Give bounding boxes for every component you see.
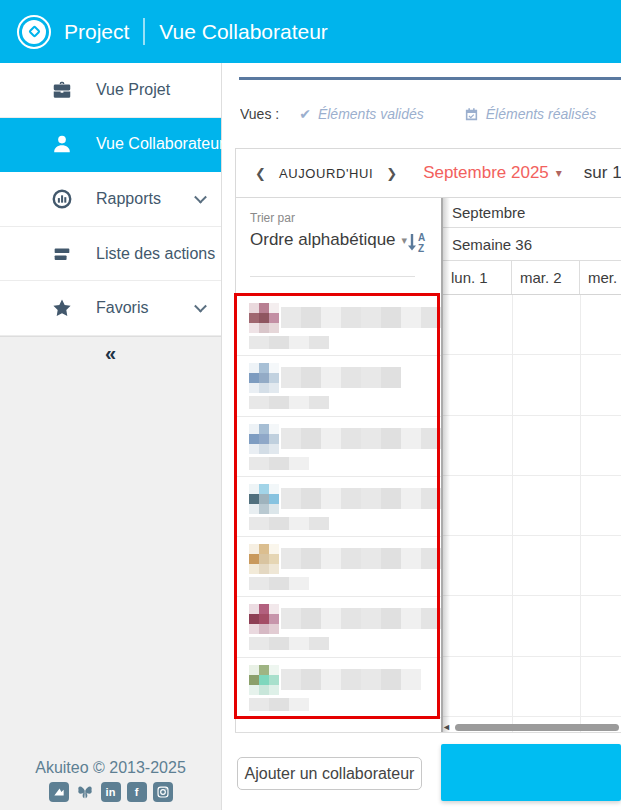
sidebar-item-label: Vue Collaborateur <box>96 135 224 153</box>
scroll-shadow <box>443 198 450 732</box>
linkedin-icon[interactable]: in <box>101 782 121 802</box>
collaborator-row[interactable] <box>236 417 441 477</box>
collaborator-subtext-redacted <box>249 396 329 409</box>
main-content: Vues : ✔ Éléments validés Éléments réali… <box>222 63 621 810</box>
calendar-check-icon <box>464 107 479 122</box>
collaborator-subtext-redacted <box>249 336 329 349</box>
star-icon <box>50 296 74 320</box>
svg-text:A: A <box>418 232 425 243</box>
horizontal-scrollbar: ◄ <box>442 722 619 732</box>
range-label: sur 1 mois <box>584 163 621 183</box>
calendar-grid-row <box>443 355 621 415</box>
copyright-text: Akuiteo © 2013-2025 <box>35 759 186 777</box>
sort-divider <box>250 276 415 277</box>
calendar-grid-row <box>443 416 621 476</box>
calendar-grid-row <box>443 476 621 536</box>
calendar-grid-row <box>443 295 621 355</box>
calendar-month-header: Septembre <box>443 198 621 228</box>
collaborator-row[interactable] <box>236 477 441 537</box>
calendar-grid-row <box>443 657 621 717</box>
next-period-button[interactable]: ❯ <box>380 162 403 185</box>
collaborator-row[interactable] <box>236 296 441 356</box>
collaborator-name-redacted <box>281 428 441 449</box>
sort-value: Ordre alphabétique <box>250 230 396 250</box>
today-button[interactable]: AUJOURD'HUI <box>279 166 373 181</box>
previous-period-button[interactable]: ❮ <box>249 162 272 185</box>
collaborator-avatar-redacted <box>249 303 279 333</box>
add-collaborator-button[interactable]: Ajouter un collaborateur <box>237 757 422 790</box>
grid-column-line <box>580 295 581 732</box>
app-name: Project <box>64 20 129 44</box>
header-divider <box>143 18 145 45</box>
collaborator-avatar-redacted <box>249 424 279 454</box>
svg-text:Z: Z <box>418 243 424 254</box>
scroll-left-arrow[interactable]: ◄ <box>442 722 451 732</box>
period-selector[interactable]: Septembre 2025 ▾ <box>423 163 562 183</box>
collaborator-row[interactable] <box>236 356 441 416</box>
calendar-grid-row <box>443 536 621 596</box>
collaborator-row[interactable] <box>236 597 441 657</box>
collaborator-subtext-redacted <box>249 577 309 590</box>
check-icon: ✔ <box>299 106 311 122</box>
view-link-elements-realises[interactable]: Éléments réalisés <box>464 106 597 122</box>
sort-area: Trier par Ordre alphabétique ▾ AZ <box>236 198 441 277</box>
sort-az-icon[interactable]: AZ <box>405 231 429 259</box>
sidebar-collapse-button[interactable]: « <box>91 342 131 365</box>
list-icon <box>50 242 74 266</box>
collaborator-subtext-redacted <box>249 517 329 530</box>
sidebar-collapse-area: « Akuiteo © 2013-2025 in f <box>0 336 221 810</box>
collaborator-avatar-redacted <box>249 544 279 574</box>
period-label: Septembre 2025 <box>423 163 549 183</box>
collaborator-row[interactable] <box>236 537 441 597</box>
sort-dropdown[interactable]: Ordre alphabétique ▾ <box>250 230 429 250</box>
collaborator-subtext-redacted <box>249 698 309 711</box>
calendar-grid-row <box>443 596 621 656</box>
day-header-cell: mer. 3 <box>580 261 621 294</box>
chevron-down-icon <box>194 191 207 204</box>
instagram-icon[interactable] <box>153 782 173 802</box>
view-link-elements-valides[interactable]: ✔ Éléments validés <box>299 106 424 122</box>
caret-down-icon: ▾ <box>556 166 562 180</box>
collaborator-name-redacted <box>281 608 441 629</box>
views-toolbar: Vues : ✔ Éléments validés Éléments réali… <box>240 102 621 126</box>
panel-body: Trier par Ordre alphabétique ▾ AZ <box>235 198 621 732</box>
collaborator-avatar-redacted <box>249 484 279 514</box>
sidebar-item-rapports[interactable]: Rapports <box>0 172 221 227</box>
butterfly-icon[interactable] <box>75 782 95 802</box>
app-logo-icon <box>17 15 51 49</box>
content-top-rule <box>239 77 621 80</box>
collaborator-row[interactable] <box>236 658 441 718</box>
app-header: Project Vue Collaborateur <box>0 0 621 63</box>
facebook-icon[interactable]: f <box>127 782 147 802</box>
collaborator-column: Trier par Ordre alphabétique ▾ AZ <box>235 198 441 732</box>
chevron-down-icon <box>194 300 207 313</box>
planning-panel: ❮ AUJOURD'HUI ❯ Septembre 2025 ▾ sur 1 m… <box>235 148 621 733</box>
view-link-label: Éléments réalisés <box>486 106 597 122</box>
sidebar: Vue Projet Vue Collaborateur Rapports Li… <box>0 63 222 810</box>
app-window: Project Vue Collaborateur Vue Projet Vue… <box>0 0 621 810</box>
primary-action-button-redacted[interactable] <box>441 744 621 801</box>
day-header-cell: mar. 2 <box>512 261 580 294</box>
akuiteo-logo-icon[interactable] <box>49 782 69 802</box>
day-header-cell: lun. 1 <box>443 261 512 294</box>
sidebar-item-liste-des-actions[interactable]: Liste des actions <box>0 227 221 282</box>
sidebar-item-label: Favoris <box>96 299 148 317</box>
collaborator-avatar-redacted <box>249 665 279 695</box>
sidebar-item-vue-projet[interactable]: Vue Projet <box>0 63 221 118</box>
sidebar-item-vue-collaborateur[interactable]: Vue Collaborateur <box>0 118 221 173</box>
view-link-label: Éléments validés <box>318 106 424 122</box>
collaborator-subtext-redacted <box>249 637 329 650</box>
sidebar-item-label: Liste des actions <box>96 245 215 263</box>
scrollbar-thumb[interactable] <box>455 724 619 731</box>
date-navigation: ❮ AUJOURD'HUI ❯ Septembre 2025 ▾ sur 1 m… <box>235 148 621 198</box>
collaborator-name-redacted <box>281 367 401 388</box>
collaborator-avatar-redacted <box>249 604 279 634</box>
briefcase-icon <box>50 78 74 102</box>
collaborator-name-redacted <box>281 488 441 509</box>
collaborator-avatar-redacted <box>249 363 279 393</box>
sidebar-item-favoris[interactable]: Favoris <box>0 281 221 336</box>
calendar-day-header-row: lun. 1mar. 2mer. 3 <box>443 261 621 295</box>
collaborator-list <box>236 296 441 732</box>
views-label: Vues : <box>240 106 279 122</box>
social-links: in f <box>49 782 173 802</box>
